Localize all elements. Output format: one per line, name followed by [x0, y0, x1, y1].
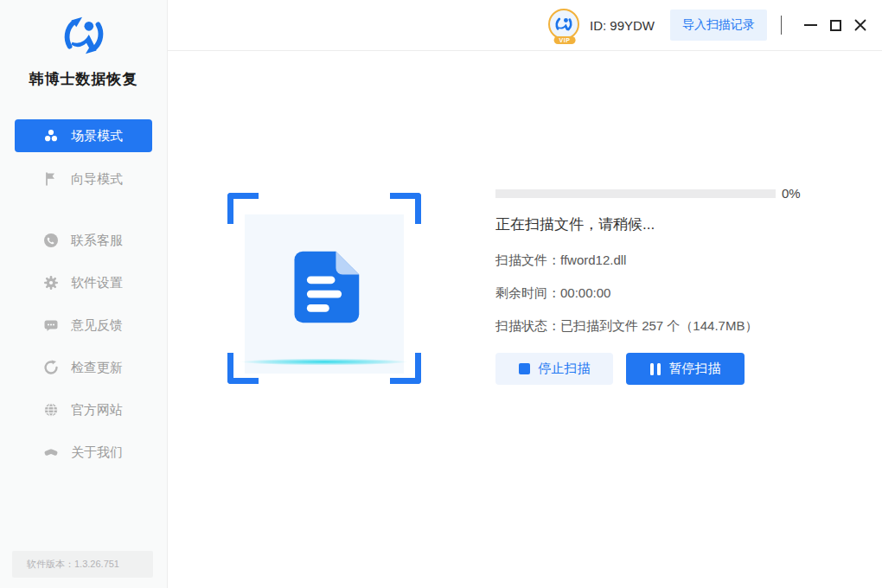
- sidebar-item-label: 向导模式: [71, 171, 123, 188]
- scan-file-label: 扫描文件：: [495, 252, 560, 267]
- sidebar-item-contact-support[interactable]: 联系客服: [15, 224, 152, 257]
- handshake-icon: [43, 444, 59, 460]
- scan-state-value: 已扫描到文件 257 个（144.7MB）: [560, 318, 757, 333]
- maximize-button[interactable]: [827, 14, 844, 36]
- gear-icon: [43, 275, 59, 291]
- scan-status-title: 正在扫描文件，请稍候...: [495, 214, 655, 234]
- vip-badge: VIP: [554, 36, 576, 44]
- main-panel: 0% 正在扫描文件，请稍候... 扫描文件：ffword12.dll 剩余时间：…: [168, 52, 882, 588]
- progress-percent: 0%: [782, 186, 801, 201]
- progress-row: 0%: [495, 186, 801, 201]
- sidebar-item-check-update[interactable]: 检查更新: [15, 351, 152, 384]
- sidebar-item-label: 关于我们: [71, 444, 123, 461]
- software-version: 软件版本：1.3.26.751: [12, 551, 153, 578]
- minimize-icon: [804, 24, 817, 26]
- app-window: 韩博士数据恢复 场景模式 向导模式 联系客服: [0, 0, 882, 588]
- sidebar-item-label: 联系客服: [71, 233, 123, 249]
- group-icon: [43, 128, 59, 144]
- scan-actions: 停止扫描 暂停扫描: [495, 353, 745, 385]
- maximize-icon: [830, 20, 841, 31]
- scan-preview-box: [245, 214, 404, 374]
- phone-icon: [43, 233, 59, 248]
- app-logo-icon: [57, 9, 111, 66]
- sidebar-item-label: 场景模式: [71, 128, 123, 144]
- pause-scan-button[interactable]: 暂停扫描: [626, 353, 745, 385]
- sidebar-item-official-website[interactable]: 官方网站: [15, 393, 152, 426]
- sidebar-item-label: 检查更新: [71, 360, 123, 376]
- sidebar-menu: 场景模式 向导模式 联系客服: [0, 119, 167, 469]
- sidebar-item-scene-mode[interactable]: 场景模式: [15, 119, 152, 152]
- progress-bar: [495, 189, 776, 198]
- sidebar-item-label: 软件设置: [71, 275, 123, 291]
- pause-scan-label: 暂停扫描: [669, 361, 721, 377]
- sidebar-item-label: 意见反馈: [71, 317, 123, 334]
- minimize-button[interactable]: [802, 14, 819, 36]
- time-remaining-label: 剩余时间：: [495, 285, 560, 300]
- sidebar-item-settings[interactable]: 软件设置: [15, 266, 152, 299]
- flag-icon: [43, 171, 59, 187]
- topbar: VIP ID: 99YDW 导入扫描记录: [168, 0, 882, 51]
- scan-file-row: 扫描文件：ffword12.dll: [495, 252, 626, 269]
- sidebar-item-label: 官方网站: [71, 402, 123, 419]
- sidebar-item-feedback[interactable]: 意见反馈: [15, 309, 152, 342]
- document-icon: [284, 246, 364, 326]
- avatar-logo-icon: [548, 9, 579, 40]
- pause-icon: [650, 363, 661, 375]
- close-button[interactable]: [852, 14, 869, 36]
- feedback-chat-icon: [43, 317, 59, 333]
- sidebar-item-about-us[interactable]: 关于我们: [15, 436, 152, 469]
- globe-icon: [43, 402, 59, 418]
- app-title: 韩博士数据恢复: [0, 69, 167, 89]
- import-scan-records-button[interactable]: 导入扫描记录: [670, 10, 767, 41]
- stop-scan-button[interactable]: 停止扫描: [495, 353, 613, 385]
- user-id: ID: 99YDW: [590, 18, 655, 33]
- time-remaining-value: 00:00:00: [560, 285, 610, 300]
- scan-state-label: 扫描状态：: [495, 318, 560, 333]
- check-update-icon: [43, 360, 59, 375]
- scan-line-glow: [217, 358, 431, 366]
- time-remaining-row: 剩余时间：00:00:00: [495, 285, 610, 302]
- stop-scan-label: 停止扫描: [539, 361, 591, 377]
- stop-icon: [519, 363, 530, 374]
- scan-state-row: 扫描状态：已扫描到文件 257 个（144.7MB）: [495, 318, 757, 335]
- close-icon: [853, 18, 867, 32]
- topbar-separator: [781, 16, 782, 35]
- sidebar-item-wizard-mode[interactable]: 向导模式: [15, 163, 152, 195]
- sidebar: 韩博士数据恢复 场景模式 向导模式 联系客服: [0, 0, 168, 588]
- scan-file-value: ffword12.dll: [560, 252, 626, 267]
- scan-animation: [227, 193, 421, 384]
- vip-avatar[interactable]: VIP: [548, 9, 581, 42]
